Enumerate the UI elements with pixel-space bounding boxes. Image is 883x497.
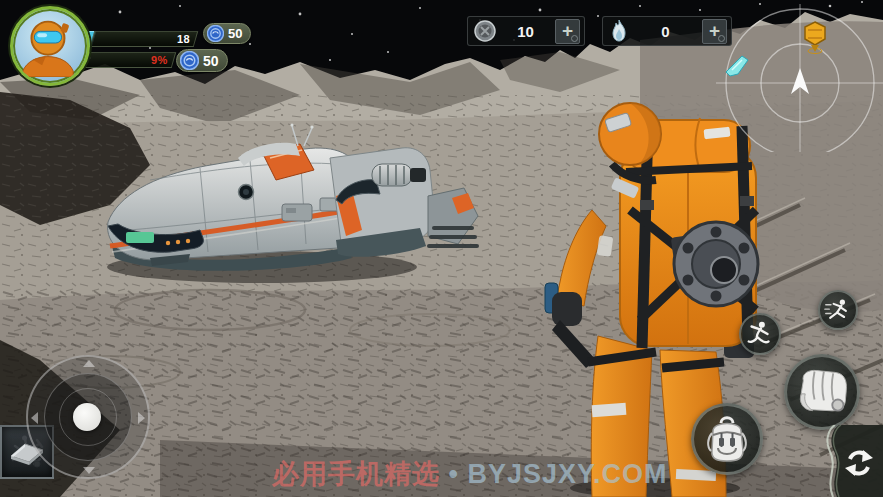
astronaut-portrait-icon	[13, 9, 81, 77]
objective-marker-icon	[805, 22, 825, 54]
currency-value-1: 50	[228, 26, 242, 41]
minimap-radar[interactable]	[708, 0, 883, 152]
player-avatar[interactable]	[10, 6, 90, 86]
swap-weapon-button[interactable]	[803, 425, 883, 497]
currency-badge-2[interactable]: 50	[176, 49, 228, 72]
jump-figure-icon	[745, 319, 775, 349]
joystick-down-arrow-icon	[83, 467, 95, 474]
currency-badge-1[interactable]: 50	[203, 23, 251, 44]
game-screen: 18 9% 50 50 10 +	[0, 0, 883, 497]
backpack-icon	[701, 413, 753, 465]
movement-joystick[interactable]	[26, 355, 150, 479]
blue-coin-icon	[180, 51, 199, 70]
oxygen-orb-icon	[474, 20, 496, 42]
sprint-figure-icon	[824, 296, 852, 324]
fuel-value: 0	[629, 23, 702, 40]
sprint-button[interactable]	[818, 290, 858, 330]
joystick-right-arrow-icon	[138, 412, 145, 424]
oxygen-counter-panel: 10 +	[467, 16, 585, 46]
backpack-button[interactable]	[691, 403, 763, 475]
currency-value-2: 50	[203, 53, 219, 69]
punch-button[interactable]	[784, 354, 860, 430]
fuel-counter-panel: 0 +	[602, 16, 732, 46]
blue-coin-icon	[207, 25, 224, 42]
jump-button[interactable]	[739, 313, 781, 355]
flame-icon	[609, 19, 629, 43]
health-value: 18	[177, 33, 190, 45]
joystick-up-arrow-icon	[83, 360, 95, 367]
ship-marker-icon	[726, 56, 748, 76]
fuel-add-button[interactable]: +	[702, 19, 727, 44]
oxygen-add-button[interactable]: +	[555, 19, 580, 44]
fist-icon	[794, 364, 850, 420]
oxygen-value: 10	[496, 23, 555, 40]
joystick-knob[interactable]	[73, 403, 101, 431]
health-bar: 18	[90, 31, 199, 47]
joystick-left-arrow-icon	[31, 412, 38, 424]
energy-value: 9%	[151, 54, 168, 66]
energy-bar: 9%	[84, 52, 177, 68]
